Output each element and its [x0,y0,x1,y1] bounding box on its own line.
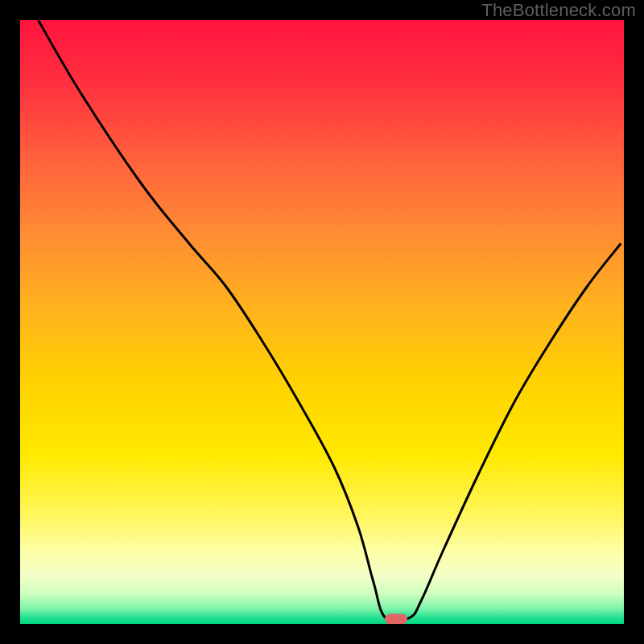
bottleneck-curve [20,20,624,624]
plot-area [20,20,624,624]
curve-line [39,20,621,621]
watermark-text: TheBottleneck.com [481,0,636,21]
optimal-marker [385,614,407,625]
